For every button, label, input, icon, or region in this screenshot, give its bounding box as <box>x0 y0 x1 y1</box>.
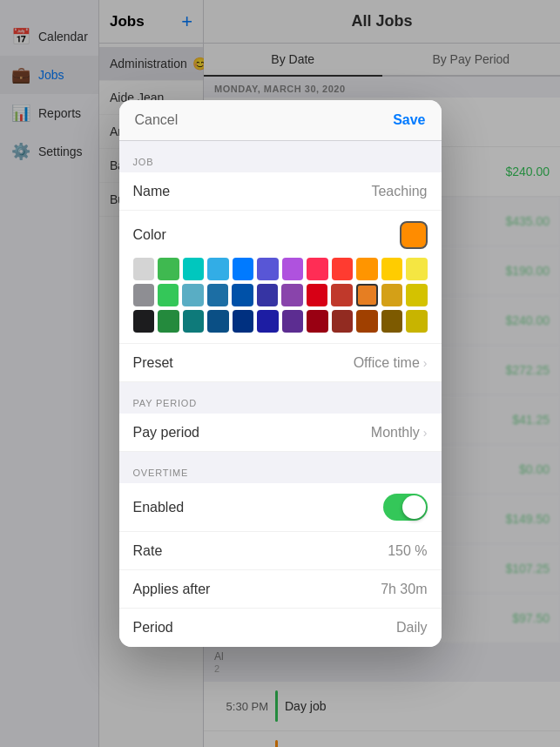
swatch-pink[interactable] <box>307 258 328 280</box>
swatch-darkred[interactable] <box>307 310 328 333</box>
pay-period-section-header: PAY PERIOD <box>119 382 442 414</box>
swatch-blue-mid[interactable] <box>207 284 228 306</box>
overtime-section-header: OVERTIME <box>119 452 442 483</box>
name-row[interactable]: Name Teaching <box>119 172 442 211</box>
pay-period-chevron: › <box>423 426 428 440</box>
applies-after-row[interactable]: Applies after 7h 30m <box>119 570 442 609</box>
swatch-teal-dark[interactable] <box>183 310 205 333</box>
swatch-olive[interactable] <box>406 310 428 333</box>
swatch-indigo[interactable] <box>257 258 279 280</box>
pay-period-row[interactable]: Pay period Monthly › <box>119 414 442 452</box>
color-swatches-row-3 <box>133 310 428 333</box>
color-row: Color <box>119 211 442 344</box>
swatch-black[interactable] <box>133 310 155 333</box>
swatch-maroon[interactable] <box>332 310 354 333</box>
modal-header: Cancel Save <box>119 100 442 141</box>
swatch-gold[interactable] <box>406 284 427 306</box>
preset-value: Office time › <box>354 355 428 371</box>
swatch-yellow[interactable] <box>381 258 403 280</box>
swatch-crimson[interactable] <box>307 284 327 306</box>
enabled-row[interactable]: Enabled <box>119 483 442 532</box>
preset-label: Preset <box>133 355 173 371</box>
swatch-red-dark[interactable] <box>331 284 352 306</box>
job-section-header: JOB <box>119 141 442 172</box>
modal: Cancel Save JOB Name Teaching Color <box>119 100 442 647</box>
swatch-green-mid[interactable] <box>158 284 179 306</box>
color-swatches-row-2 <box>133 284 428 306</box>
period-label: Period <box>133 620 173 636</box>
period-row[interactable]: Period Daily <box>119 609 442 647</box>
period-value: Daily <box>396 620 428 636</box>
pay-period-label: Pay period <box>133 425 200 441</box>
swatch-brown[interactable] <box>356 310 378 333</box>
toggle-knob <box>402 495 426 519</box>
rate-row[interactable]: Rate 150 % <box>119 532 442 570</box>
swatch-green-dark[interactable] <box>158 310 179 333</box>
color-swatches-row-1 <box>133 258 428 280</box>
swatch-darkyellow[interactable] <box>381 310 403 333</box>
swatch-amber[interactable] <box>381 284 402 306</box>
rate-value: 150 % <box>388 543 427 559</box>
swatch-teal-mid[interactable] <box>182 284 203 306</box>
applies-after-label: Applies after <box>133 582 211 597</box>
preset-chevron: › <box>423 356 428 370</box>
swatch-blue-light[interactable] <box>207 258 229 280</box>
swatch-indigo-dark[interactable] <box>257 284 278 306</box>
enabled-toggle[interactable] <box>383 494 428 521</box>
color-row-top: Color <box>133 221 428 249</box>
save-button[interactable]: Save <box>393 112 425 128</box>
swatch-purple[interactable] <box>282 258 304 280</box>
swatch-darkblue[interactable] <box>233 310 254 333</box>
name-label: Name <box>133 184 171 199</box>
pay-period-value: Monthly › <box>371 425 428 441</box>
swatch-darkpurple[interactable] <box>282 310 304 333</box>
color-label: Color <box>133 227 166 243</box>
enabled-label: Enabled <box>133 500 185 515</box>
modal-overlay[interactable]: Cancel Save JOB Name Teaching Color <box>0 0 560 747</box>
swatch-orange[interactable] <box>356 258 378 280</box>
name-value: Teaching <box>371 184 427 199</box>
swatch-blue-dark[interactable] <box>232 284 253 306</box>
swatch-green-light[interactable] <box>158 258 179 280</box>
swatch-red[interactable] <box>332 258 354 280</box>
applies-after-value: 7h 30m <box>381 582 427 597</box>
swatch-orange-dark[interactable] <box>356 284 378 306</box>
swatch-teal[interactable] <box>183 258 205 280</box>
swatch-navy[interactable] <box>207 310 229 333</box>
rate-label: Rate <box>133 543 163 559</box>
swatch-blue[interactable] <box>233 258 254 280</box>
preset-row[interactable]: Preset Office time › <box>119 344 442 382</box>
swatch-lime[interactable] <box>406 258 428 280</box>
swatch-gray-mid[interactable] <box>133 284 154 306</box>
color-grid <box>133 258 428 333</box>
selected-color-swatch[interactable] <box>400 221 428 249</box>
swatch-darkindigo[interactable] <box>257 310 279 333</box>
swatch-purple-dark[interactable] <box>281 284 302 306</box>
swatch-gray-light[interactable] <box>133 258 155 280</box>
cancel-button[interactable]: Cancel <box>135 112 179 128</box>
